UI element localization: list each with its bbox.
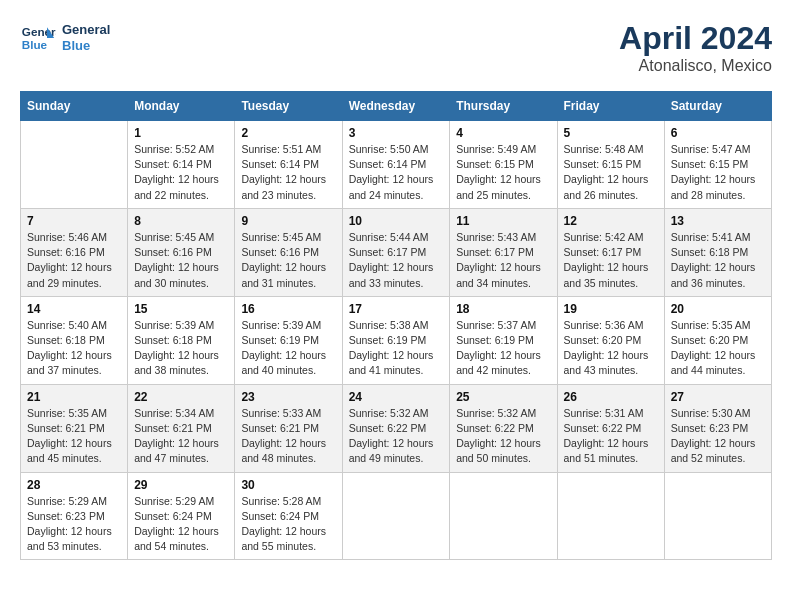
day-info: Sunrise: 5:39 AM Sunset: 6:18 PM Dayligh… (134, 318, 228, 379)
logo-general: General (62, 22, 110, 38)
page-header: General Blue General Blue April 2024 Ato… (20, 20, 772, 75)
day-number: 12 (564, 214, 658, 228)
calendar-cell: 3Sunrise: 5:50 AM Sunset: 6:14 PM Daylig… (342, 121, 450, 209)
day-number: 5 (564, 126, 658, 140)
day-number: 10 (349, 214, 444, 228)
day-info: Sunrise: 5:34 AM Sunset: 6:21 PM Dayligh… (134, 406, 228, 467)
day-info: Sunrise: 5:35 AM Sunset: 6:20 PM Dayligh… (671, 318, 765, 379)
calendar-week-3: 14Sunrise: 5:40 AM Sunset: 6:18 PM Dayli… (21, 296, 772, 384)
day-info: Sunrise: 5:49 AM Sunset: 6:15 PM Dayligh… (456, 142, 550, 203)
calendar-cell: 19Sunrise: 5:36 AM Sunset: 6:20 PM Dayli… (557, 296, 664, 384)
calendar-cell: 18Sunrise: 5:37 AM Sunset: 6:19 PM Dayli… (450, 296, 557, 384)
logo: General Blue General Blue (20, 20, 110, 56)
day-number: 7 (27, 214, 121, 228)
day-info: Sunrise: 5:31 AM Sunset: 6:22 PM Dayligh… (564, 406, 658, 467)
calendar-cell: 6Sunrise: 5:47 AM Sunset: 6:15 PM Daylig… (664, 121, 771, 209)
svg-text:Blue: Blue (22, 38, 48, 51)
day-info: Sunrise: 5:40 AM Sunset: 6:18 PM Dayligh… (27, 318, 121, 379)
calendar-cell: 2Sunrise: 5:51 AM Sunset: 6:14 PM Daylig… (235, 121, 342, 209)
day-info: Sunrise: 5:42 AM Sunset: 6:17 PM Dayligh… (564, 230, 658, 291)
day-info: Sunrise: 5:41 AM Sunset: 6:18 PM Dayligh… (671, 230, 765, 291)
calendar-week-5: 28Sunrise: 5:29 AM Sunset: 6:23 PM Dayli… (21, 472, 772, 560)
day-number: 30 (241, 478, 335, 492)
calendar-cell: 20Sunrise: 5:35 AM Sunset: 6:20 PM Dayli… (664, 296, 771, 384)
day-number: 19 (564, 302, 658, 316)
calendar-cell: 9Sunrise: 5:45 AM Sunset: 6:16 PM Daylig… (235, 208, 342, 296)
calendar-cell: 10Sunrise: 5:44 AM Sunset: 6:17 PM Dayli… (342, 208, 450, 296)
day-info: Sunrise: 5:29 AM Sunset: 6:24 PM Dayligh… (134, 494, 228, 555)
day-info: Sunrise: 5:38 AM Sunset: 6:19 PM Dayligh… (349, 318, 444, 379)
day-info: Sunrise: 5:28 AM Sunset: 6:24 PM Dayligh… (241, 494, 335, 555)
calendar-cell: 1Sunrise: 5:52 AM Sunset: 6:14 PM Daylig… (128, 121, 235, 209)
day-info: Sunrise: 5:45 AM Sunset: 6:16 PM Dayligh… (241, 230, 335, 291)
calendar-table: SundayMondayTuesdayWednesdayThursdayFrid… (20, 91, 772, 560)
day-number: 22 (134, 390, 228, 404)
calendar-cell: 26Sunrise: 5:31 AM Sunset: 6:22 PM Dayli… (557, 384, 664, 472)
calendar-cell: 30Sunrise: 5:28 AM Sunset: 6:24 PM Dayli… (235, 472, 342, 560)
day-number: 21 (27, 390, 121, 404)
calendar-header: SundayMondayTuesdayWednesdayThursdayFrid… (21, 92, 772, 121)
logo-blue: Blue (62, 38, 110, 54)
calendar-cell: 13Sunrise: 5:41 AM Sunset: 6:18 PM Dayli… (664, 208, 771, 296)
calendar-cell: 8Sunrise: 5:45 AM Sunset: 6:16 PM Daylig… (128, 208, 235, 296)
day-number: 25 (456, 390, 550, 404)
calendar-cell: 27Sunrise: 5:30 AM Sunset: 6:23 PM Dayli… (664, 384, 771, 472)
calendar-body: 1Sunrise: 5:52 AM Sunset: 6:14 PM Daylig… (21, 121, 772, 560)
day-info: Sunrise: 5:50 AM Sunset: 6:14 PM Dayligh… (349, 142, 444, 203)
day-number: 16 (241, 302, 335, 316)
logo-icon: General Blue (20, 20, 56, 56)
day-info: Sunrise: 5:36 AM Sunset: 6:20 PM Dayligh… (564, 318, 658, 379)
day-info: Sunrise: 5:32 AM Sunset: 6:22 PM Dayligh… (349, 406, 444, 467)
day-info: Sunrise: 5:29 AM Sunset: 6:23 PM Dayligh… (27, 494, 121, 555)
calendar-cell: 14Sunrise: 5:40 AM Sunset: 6:18 PM Dayli… (21, 296, 128, 384)
day-number: 26 (564, 390, 658, 404)
calendar-week-2: 7Sunrise: 5:46 AM Sunset: 6:16 PM Daylig… (21, 208, 772, 296)
weekday-header-friday: Friday (557, 92, 664, 121)
day-number: 2 (241, 126, 335, 140)
calendar-cell: 22Sunrise: 5:34 AM Sunset: 6:21 PM Dayli… (128, 384, 235, 472)
calendar-cell: 21Sunrise: 5:35 AM Sunset: 6:21 PM Dayli… (21, 384, 128, 472)
day-info: Sunrise: 5:45 AM Sunset: 6:16 PM Dayligh… (134, 230, 228, 291)
day-info: Sunrise: 5:52 AM Sunset: 6:14 PM Dayligh… (134, 142, 228, 203)
day-number: 14 (27, 302, 121, 316)
day-number: 17 (349, 302, 444, 316)
calendar-cell: 29Sunrise: 5:29 AM Sunset: 6:24 PM Dayli… (128, 472, 235, 560)
day-info: Sunrise: 5:35 AM Sunset: 6:21 PM Dayligh… (27, 406, 121, 467)
day-number: 1 (134, 126, 228, 140)
calendar-cell: 15Sunrise: 5:39 AM Sunset: 6:18 PM Dayli… (128, 296, 235, 384)
weekday-header-row: SundayMondayTuesdayWednesdayThursdayFrid… (21, 92, 772, 121)
weekday-header-tuesday: Tuesday (235, 92, 342, 121)
day-info: Sunrise: 5:37 AM Sunset: 6:19 PM Dayligh… (456, 318, 550, 379)
day-info: Sunrise: 5:32 AM Sunset: 6:22 PM Dayligh… (456, 406, 550, 467)
day-number: 13 (671, 214, 765, 228)
day-info: Sunrise: 5:46 AM Sunset: 6:16 PM Dayligh… (27, 230, 121, 291)
weekday-header-saturday: Saturday (664, 92, 771, 121)
day-number: 4 (456, 126, 550, 140)
calendar-cell (21, 121, 128, 209)
day-info: Sunrise: 5:44 AM Sunset: 6:17 PM Dayligh… (349, 230, 444, 291)
calendar-cell: 25Sunrise: 5:32 AM Sunset: 6:22 PM Dayli… (450, 384, 557, 472)
day-number: 29 (134, 478, 228, 492)
calendar-cell (342, 472, 450, 560)
calendar-cell: 12Sunrise: 5:42 AM Sunset: 6:17 PM Dayli… (557, 208, 664, 296)
title-block: April 2024 Atonalisco, Mexico (619, 20, 772, 75)
day-number: 28 (27, 478, 121, 492)
day-info: Sunrise: 5:43 AM Sunset: 6:17 PM Dayligh… (456, 230, 550, 291)
day-number: 23 (241, 390, 335, 404)
day-info: Sunrise: 5:33 AM Sunset: 6:21 PM Dayligh… (241, 406, 335, 467)
day-number: 8 (134, 214, 228, 228)
calendar-cell: 16Sunrise: 5:39 AM Sunset: 6:19 PM Dayli… (235, 296, 342, 384)
calendar-cell (664, 472, 771, 560)
day-number: 3 (349, 126, 444, 140)
day-info: Sunrise: 5:48 AM Sunset: 6:15 PM Dayligh… (564, 142, 658, 203)
day-info: Sunrise: 5:51 AM Sunset: 6:14 PM Dayligh… (241, 142, 335, 203)
weekday-header-wednesday: Wednesday (342, 92, 450, 121)
calendar-week-4: 21Sunrise: 5:35 AM Sunset: 6:21 PM Dayli… (21, 384, 772, 472)
day-info: Sunrise: 5:47 AM Sunset: 6:15 PM Dayligh… (671, 142, 765, 203)
day-info: Sunrise: 5:39 AM Sunset: 6:19 PM Dayligh… (241, 318, 335, 379)
calendar-cell: 28Sunrise: 5:29 AM Sunset: 6:23 PM Dayli… (21, 472, 128, 560)
day-number: 24 (349, 390, 444, 404)
day-number: 6 (671, 126, 765, 140)
month-title: April 2024 (619, 20, 772, 57)
day-number: 11 (456, 214, 550, 228)
